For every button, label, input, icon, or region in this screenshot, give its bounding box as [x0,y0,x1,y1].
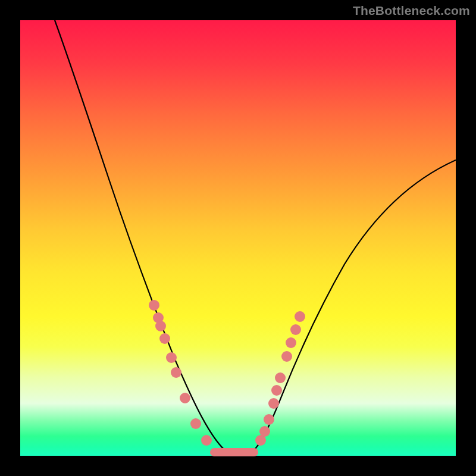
marker-dot [201,435,212,446]
marker-dot [271,385,282,396]
marker-dot [159,333,170,344]
watermark-text: TheBottleneck.com [353,4,470,18]
marker-dot [268,398,279,409]
curve-svg [20,20,456,456]
bottleneck-curve [55,20,456,453]
plot-area [20,20,456,456]
marker-dot [275,372,286,383]
marker-dot [290,324,301,335]
marker-dot [180,393,190,403]
marker-dot [155,321,166,331]
marker-dot [166,352,177,363]
chart-stage: TheBottleneck.com [0,0,476,476]
right-markers [255,311,305,446]
marker-dot [281,351,292,362]
marker-dot [171,367,181,378]
marker-dot [264,414,274,425]
left-markers [149,300,212,446]
marker-dot [259,426,270,437]
marker-dot [295,311,305,322]
marker-dot [149,300,159,311]
marker-dot [190,418,201,429]
marker-dot [286,337,296,348]
